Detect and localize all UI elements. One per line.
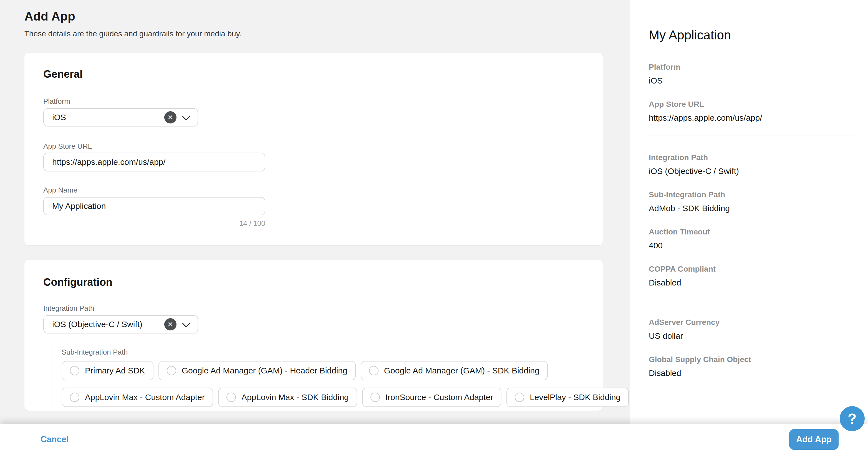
summary-field-label: Global Supply Chain Object (649, 355, 854, 364)
general-heading: General (43, 68, 584, 80)
chevron-down-icon[interactable] (182, 320, 190, 327)
configuration-card: Configuration Integration Path iOS (Obje… (24, 260, 603, 411)
sub-integration-option-ironsource-custom-adapter[interactable]: IronSource - Custom Adapter (362, 388, 502, 407)
configuration-heading: Configuration (43, 276, 584, 288)
option-label: IronSource - Custom Adapter (385, 393, 493, 402)
summary-group-1: Platform iOS App Store URL https://apps.… (649, 62, 854, 123)
option-label: Primary Ad SDK (85, 366, 145, 376)
platform-label: Platform (43, 97, 70, 106)
radio-circle-icon (226, 393, 236, 402)
page-subtitle: These details are the guides and guardra… (24, 29, 241, 38)
radio-circle-icon (369, 366, 378, 376)
form-column: Add App These details are the guides and… (0, 0, 630, 455)
question-mark-icon: ? (848, 410, 857, 427)
summary-panel: My Application Platform iOS App Store UR… (630, 0, 868, 455)
summary-field-label: AdServer Currency (649, 317, 854, 327)
help-button[interactable]: ? (840, 406, 865, 431)
sub-integration-option-applovin-sdk-bidding[interactable]: AppLovin Max - SDK Bidding (218, 388, 357, 407)
option-label: AppLovin Max - SDK Bidding (241, 393, 349, 402)
sub-integration-row-2: AppLovin Max - Custom Adapter AppLovin M… (62, 388, 592, 407)
summary-field-value: Disabled (649, 368, 854, 379)
summary-field-value: 400 (649, 240, 854, 251)
radio-circle-icon (70, 393, 80, 402)
summary-field-global-supply-chain: Global Supply Chain Object Disabled (649, 355, 854, 379)
sub-integration-option-applovin-custom-adapter[interactable]: AppLovin Max - Custom Adapter (62, 388, 213, 407)
radio-circle-icon (370, 393, 380, 402)
platform-select[interactable]: iOS ✕ (43, 108, 198, 127)
clear-icon[interactable]: ✕ (164, 318, 177, 330)
option-label: LevelPlay - SDK Bidding (530, 393, 620, 402)
sub-integration-label: Sub-Integration Path (62, 348, 592, 357)
summary-field-value: US dollar (649, 331, 854, 341)
summary-field-label: COPPA Compliant (649, 264, 854, 274)
summary-field-value: Disabled (649, 278, 854, 288)
app-name-label: App Name (43, 185, 78, 195)
radio-circle-icon (70, 366, 80, 376)
sub-integration-option-gam-sdk-bidding[interactable]: Google Ad Manager (GAM) - SDK Bidding (361, 361, 548, 380)
platform-select-value: iOS (52, 112, 164, 122)
summary-field-value: iOS (Objective-C / Swift) (649, 166, 854, 176)
option-label: AppLovin Max - Custom Adapter (85, 393, 205, 402)
radio-circle-icon (515, 393, 524, 402)
summary-field-label: App Store URL (649, 99, 854, 109)
page-title: Add App (24, 9, 75, 23)
sub-integration-option-levelplay-sdk-bidding[interactable]: LevelPlay - SDK Bidding (506, 388, 629, 407)
summary-field-label: Integration Path (649, 153, 854, 163)
summary-field-auction-timeout: Auction Timeout 400 (649, 227, 854, 251)
radio-circle-icon (167, 366, 176, 376)
summary-field-value: https://apps.apple.com/us/app/ (649, 112, 854, 123)
summary-field-integration-path: Integration Path iOS (Objective-C / Swif… (649, 153, 854, 176)
summary-field-app-store-url: App Store URL https://apps.apple.com/us/… (649, 99, 854, 123)
sub-integration-row-1: Primary Ad SDK Google Ad Manager (GAM) -… (62, 361, 592, 380)
summary-field-adserver-currency: AdServer Currency US dollar (649, 317, 854, 341)
general-card: General Platform iOS ✕ App Store URL App… (24, 53, 603, 245)
app-store-url-input[interactable] (43, 153, 265, 171)
summary-field-value: iOS (649, 75, 854, 86)
app-store-url-label: App Store URL (43, 141, 92, 151)
integration-path-label: Integration Path (43, 303, 94, 313)
sub-integration-option-gam-header-bidding[interactable]: Google Ad Manager (GAM) - Header Bidding (158, 361, 356, 380)
add-app-button[interactable]: Add App (789, 429, 839, 450)
chevron-down-icon[interactable] (182, 112, 190, 121)
summary-heading: My Application (649, 27, 854, 43)
summary-field-label: Sub-Integration Path (649, 190, 854, 200)
integration-path-select[interactable]: iOS (Objective-C / Swift) ✕ (43, 315, 198, 333)
summary-field-platform: Platform iOS (649, 62, 854, 86)
app-name-input[interactable] (43, 197, 265, 215)
cancel-button[interactable]: Cancel (40, 434, 69, 445)
char-counter: 14 / 100 (43, 219, 265, 228)
sub-integration-option-primary-ad-sdk[interactable]: Primary Ad SDK (62, 361, 153, 380)
summary-divider (649, 135, 854, 135)
clear-icon[interactable]: ✕ (164, 111, 177, 124)
summary-field-label: Platform (649, 62, 854, 72)
sub-integration-group: Sub-Integration Path Primary Ad SDK Goog… (52, 345, 592, 407)
option-label: Google Ad Manager (GAM) - SDK Bidding (384, 366, 539, 376)
summary-field-coppa-compliant: COPPA Compliant Disabled (649, 264, 854, 288)
option-label: Google Ad Manager (GAM) - Header Bidding (182, 366, 347, 376)
footer-action-bar: Cancel Add App (0, 424, 868, 455)
summary-field-value: AdMob - SDK Bidding (649, 203, 854, 214)
integration-path-select-value: iOS (Objective-C / Swift) (52, 320, 164, 329)
summary-field-label: Auction Timeout (649, 227, 854, 237)
summary-divider (649, 300, 854, 300)
add-app-page: Add App These details are the guides and… (0, 0, 868, 455)
summary-field-sub-integration-path: Sub-Integration Path AdMob - SDK Bidding (649, 190, 854, 214)
summary-group-3: AdServer Currency US dollar Global Suppl… (649, 317, 854, 379)
summary-group-2: Integration Path iOS (Objective-C / Swif… (649, 153, 854, 288)
